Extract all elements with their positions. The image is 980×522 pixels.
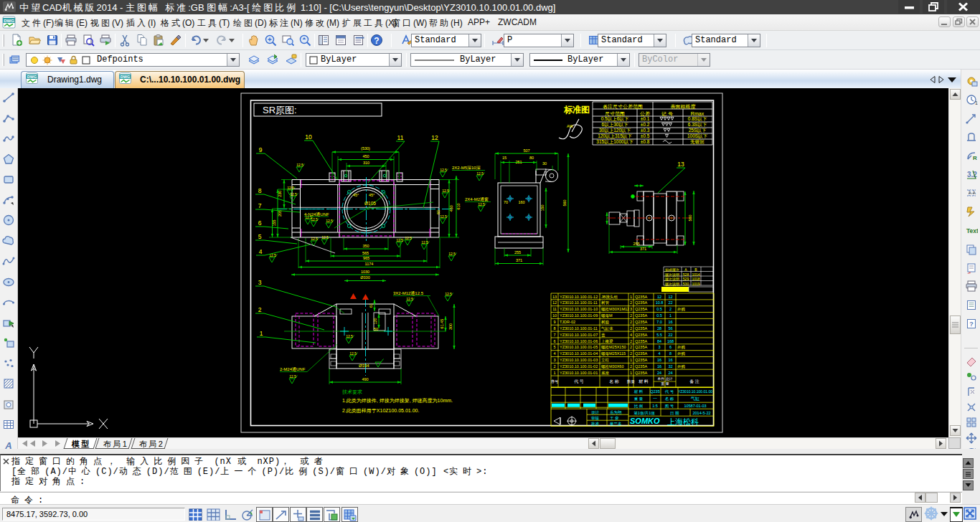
svg-text:DWG: DWG xyxy=(121,75,130,79)
svg-text:3.2: 3.2 xyxy=(967,171,977,179)
svg-text:?: ? xyxy=(374,36,379,46)
svg-text:A-A: A-A xyxy=(969,191,976,195)
svg-text:DWG: DWG xyxy=(27,75,37,79)
svg-text:1: 1 xyxy=(975,100,978,105)
svg-text:Text: Text xyxy=(966,227,978,234)
svg-text:R: R xyxy=(973,155,977,161)
svg-text:?: ? xyxy=(969,321,974,328)
svg-text:DWG: DWG xyxy=(4,19,14,23)
